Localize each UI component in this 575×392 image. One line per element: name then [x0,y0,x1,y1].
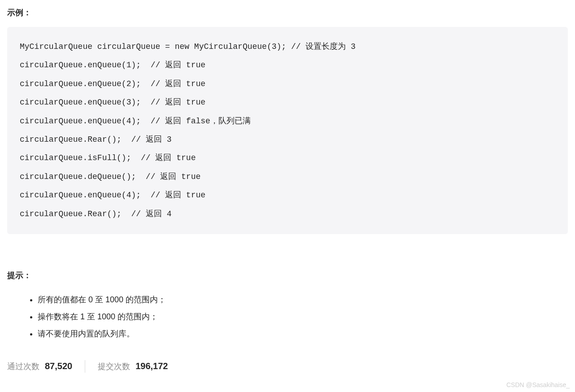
submissions-value: 196,172 [135,361,168,371]
example-code-block: MyCircularQueue circularQueue = new MyCi… [7,27,568,234]
submissions-stat: 提交次数 196,172 [98,361,168,372]
accepted-stat: 通过次数 87,520 [7,361,72,372]
example-title: 示例： [7,7,568,18]
hint-item: 所有的值都在 0 至 1000 的范围内； [38,292,568,309]
hint-item: 请不要使用内置的队列库。 [38,326,568,343]
stat-divider [85,360,85,373]
accepted-value: 87,520 [45,361,72,371]
hints-title: 提示： [7,270,568,281]
accepted-label: 通过次数 [7,361,39,372]
stats-row: 通过次数 87,520 提交次数 196,172 [7,360,568,373]
hints-list: 所有的值都在 0 至 1000 的范围内； 操作数将在 1 至 1000 的范围… [7,292,568,342]
submissions-label: 提交次数 [98,361,130,372]
hint-item: 操作数将在 1 至 1000 的范围内； [38,309,568,326]
